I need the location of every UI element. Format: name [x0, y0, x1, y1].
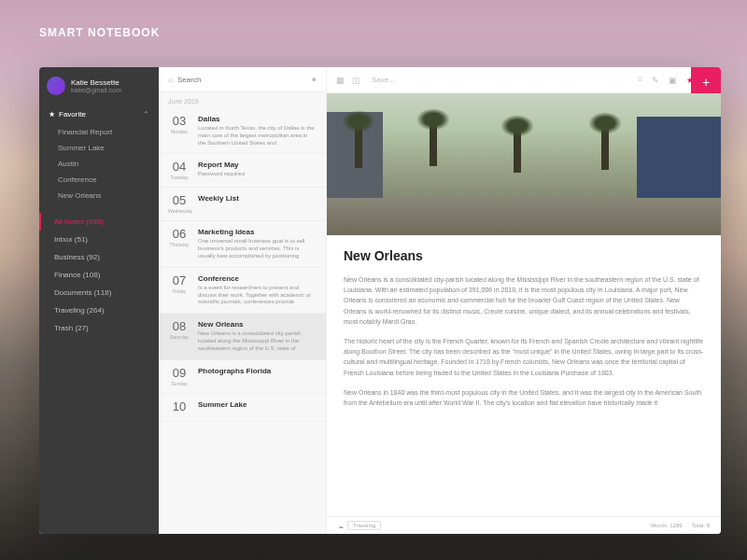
notes-column: ⌕ ● June 2019 03MondayDallasLocated in N… [159, 67, 327, 534]
note-dow: Thursday [168, 242, 190, 247]
hero-image [327, 93, 721, 235]
note-dow: Wednesday [168, 208, 190, 214]
favorite-item[interactable]: Summer Lake [39, 140, 159, 156]
note-snippet: Password required [198, 171, 317, 178]
favorite-item[interactable]: New Orleans [39, 188, 159, 203]
note-title: Report May [198, 161, 317, 169]
note-day: 03 [168, 115, 190, 127]
note-day: 07 [168, 274, 190, 287]
month-label: June 2019 [159, 92, 326, 108]
note-snippet: New Orleans is a consolidated city-paris… [198, 330, 317, 352]
category-inbox[interactable]: Inbox (51) [39, 231, 159, 248]
user-name: Katie Bessette [71, 78, 121, 87]
note-item[interactable]: 07FridayConferenceIs a event for researc… [159, 268, 326, 314]
toolbar: ▦ ◫ Save... ⌗ ✎ ▣ ★ 🗑 [327, 67, 721, 93]
note-item[interactable]: 09SundayPhotographs Florida [159, 360, 326, 394]
footer: ☁ Traveling Words: 1289 Total: 8 [327, 516, 721, 534]
star-icon: ★ [49, 110, 55, 119]
avatar [47, 77, 65, 95]
main-pane: ▦ ◫ Save... ⌗ ✎ ▣ ★ 🗑 + New Orleans [327, 67, 721, 534]
category-traveling[interactable]: Traveling (264) [39, 301, 159, 319]
note-snippet: One universal small business goal is to … [198, 238, 317, 259]
category-business[interactable]: Business (92) [39, 248, 159, 266]
app-title: SMART NOTEBOOK [39, 26, 160, 39]
note-day: 04 [168, 161, 190, 173]
chevron-up-icon: ⌃ [143, 110, 149, 119]
note-title: Marketing Ideas [198, 228, 317, 236]
grid-icon[interactable]: ▦ [336, 76, 345, 85]
category-finance[interactable]: Finance (108) [39, 266, 159, 284]
user-block[interactable]: Katie Bessette katie@gmail.com [39, 67, 159, 105]
note-item[interactable]: 06ThursdayMarketing IdeasOne universal s… [159, 221, 326, 267]
word-count: Words: 1289 [651, 523, 683, 528]
note-item[interactable]: 03MondayDallasLocated in North Texas, th… [159, 108, 326, 154]
search-input[interactable] [177, 76, 312, 84]
note-day: 08 [168, 320, 190, 332]
note-day: 06 [168, 228, 190, 240]
search-icon: ⌕ [168, 75, 173, 84]
attach-icon[interactable]: ⌗ [638, 75, 642, 85]
note-item[interactable]: 05WednesdayWeekly List [159, 188, 326, 221]
note-item[interactable]: 10Summer Lake [159, 394, 326, 422]
save-button[interactable]: Save... [372, 76, 395, 84]
edit-icon[interactable]: ✎ [652, 76, 659, 85]
app-window: Katie Bessette katie@gmail.com ★ Favorit… [39, 67, 721, 534]
article-paragraph: New Orleans in 1840 was the third-most p… [344, 387, 704, 408]
note-dow: Saturday [168, 334, 190, 340]
note-day: 10 [168, 400, 190, 413]
category-trash[interactable]: Trash (27) [39, 319, 159, 337]
favorite-item[interactable]: Financial Report [39, 124, 159, 140]
user-email: katie@gmail.com [71, 87, 121, 93]
image-icon[interactable]: ▣ [669, 76, 677, 85]
note-title: Conference [198, 274, 317, 283]
note-day: 09 [168, 367, 190, 379]
note-title: Dallas [198, 115, 317, 123]
note-dow: Monday [168, 129, 190, 134]
note-dow: Tuesday [168, 175, 190, 180]
layout-icon[interactable]: ◫ [352, 76, 360, 85]
category-documents[interactable]: Documents (118) [39, 284, 159, 301]
article: New Orleans New Orleans is a consolidate… [327, 235, 721, 516]
category-all-notes[interactable]: All Notes (698) [39, 213, 159, 231]
sidebar: Katie Bessette katie@gmail.com ★ Favorit… [39, 67, 159, 534]
total-count: Total: 8 [692, 523, 710, 528]
note-day: 05 [168, 194, 190, 206]
tag-icon: ☁ [338, 523, 344, 529]
note-dow: Sunday [168, 381, 190, 386]
note-item[interactable]: 08SaturdayNew OrleansNew Orleans is a co… [159, 314, 326, 359]
note-snippet: Is a event for researchers to present an… [198, 285, 317, 306]
favorite-label: Favorite [59, 110, 143, 119]
search-bar: ⌕ ● [159, 67, 326, 92]
note-title: New Orleans [198, 320, 317, 329]
note-title: Summer Lake [198, 400, 317, 409]
note-title: Weekly List [198, 194, 317, 203]
favorite-item[interactable]: Conference [39, 172, 159, 188]
note-snippet: Located in North Texas, the city of Dall… [198, 125, 317, 147]
article-paragraph: The historic heart of the city is the Fr… [344, 336, 704, 378]
tag[interactable]: Traveling [347, 521, 381, 530]
favorite-item[interactable]: Austin [39, 156, 159, 172]
article-title: New Orleans [344, 248, 704, 263]
note-title: Photographs Florida [198, 367, 317, 375]
note-dow: Friday [168, 288, 190, 294]
article-paragraph: New Orleans is a consolidated city-paris… [344, 274, 704, 327]
note-item[interactable]: 04TuesdayReport MayPassword required [159, 154, 326, 188]
favorite-section-toggle[interactable]: ★ Favorite ⌃ [39, 105, 159, 124]
mic-icon[interactable]: ● [312, 75, 317, 84]
